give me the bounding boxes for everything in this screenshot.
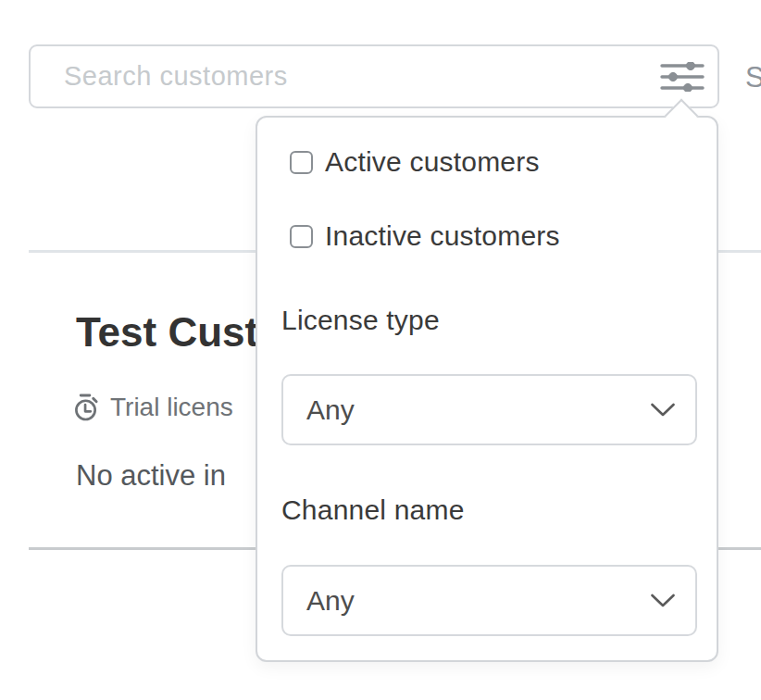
inactive-customers-option[interactable]: Inactive customers [290,220,560,252]
active-customers-option[interactable]: Active customers [290,146,540,178]
active-customers-checkbox[interactable] [290,151,313,174]
filter-button[interactable] [656,56,708,97]
chevron-down-icon [651,403,675,418]
license-type-select[interactable]: Any [281,374,697,445]
stopwatch-icon [74,393,99,422]
filter-popover: Active customers Inactive customers Lice… [256,116,718,662]
customers-page: S Test Cust Trial licens No active in Ac… [0,0,761,700]
customer-status-text: No active in [76,459,226,493]
right-edge-partial-control[interactable]: S [745,61,761,94]
customer-search-bar [29,44,719,108]
license-type-select-value: Any [306,394,651,426]
inactive-customers-label[interactable]: Inactive customers [325,220,560,252]
license-info-row: Trial licens [74,393,233,422]
license-type-label: License type [281,305,440,336]
customer-card-title: Test Cust [76,309,258,356]
active-customers-label[interactable]: Active customers [325,146,540,178]
search-input[interactable] [64,48,647,105]
license-text: Trial licens [110,393,233,422]
sliders-icon [660,62,705,92]
channel-name-select-value: Any [306,585,651,617]
chevron-down-icon [651,594,675,608]
channel-name-label: Channel name [281,494,465,526]
inactive-customers-checkbox[interactable] [290,225,313,248]
channel-name-select[interactable]: Any [281,565,697,636]
